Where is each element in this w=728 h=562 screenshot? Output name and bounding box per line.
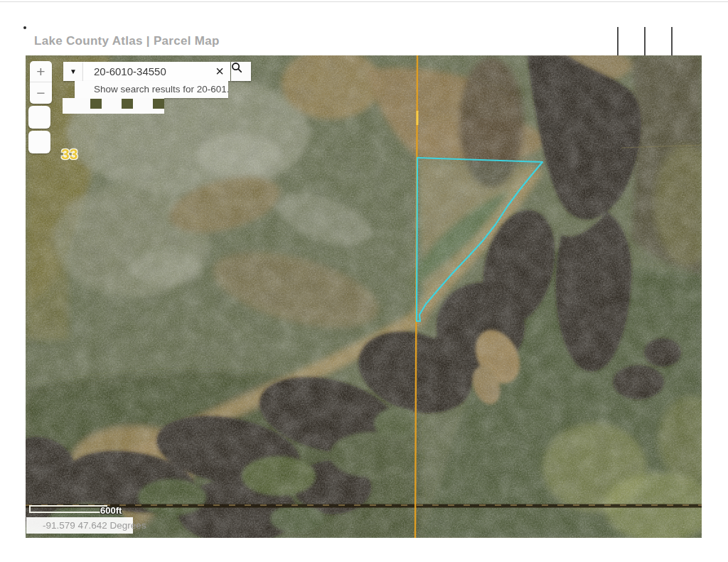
scan-washout-gap bbox=[122, 99, 133, 109]
scan-artifact-dot bbox=[23, 26, 26, 29]
zoom-in-button[interactable]: + bbox=[30, 61, 52, 82]
search-input[interactable] bbox=[83, 62, 230, 81]
washed-out-tool-button-1[interactable] bbox=[28, 106, 50, 129]
aerial-imagery bbox=[26, 55, 702, 538]
ruler-tick-mark bbox=[617, 27, 619, 55]
minus-icon: − bbox=[36, 85, 45, 102]
close-icon: × bbox=[215, 63, 224, 80]
map-canvas[interactable]: + − ▼ × Show search results for 20-601..… bbox=[26, 55, 702, 538]
search-source-dropdown-button[interactable]: ▼ bbox=[63, 62, 83, 81]
washed-out-tool-button-2[interactable] bbox=[28, 131, 50, 153]
plus-icon: + bbox=[36, 63, 45, 80]
section-number-label: 33 bbox=[61, 146, 77, 163]
search-suggestion-item[interactable]: Show search results for 20-601... bbox=[75, 81, 228, 98]
clear-search-button[interactable]: × bbox=[209, 62, 230, 81]
scan-artifact-line bbox=[0, 1, 728, 2]
search-icon bbox=[231, 62, 242, 73]
chevron-down-icon: ▼ bbox=[70, 67, 77, 75]
ruler-tick-mark bbox=[644, 27, 646, 55]
ruler-tick-mark bbox=[671, 27, 673, 55]
scale-bar-label: 600ft bbox=[100, 505, 122, 516]
zoom-out-button[interactable]: − bbox=[30, 82, 52, 104]
scan-washout-gap bbox=[90, 99, 102, 109]
scan-washout-gap bbox=[153, 99, 164, 109]
scale-bar bbox=[29, 505, 107, 513]
scanned-parcel-map-page: Lake County Atlas | Parcel Map bbox=[0, 0, 728, 562]
coordinates-readout: -91.579 47.642 Degrees bbox=[26, 517, 133, 534]
imagery-speckle-texture bbox=[26, 55, 702, 538]
search-button[interactable] bbox=[231, 62, 251, 81]
page-title: Lake County Atlas | Parcel Map bbox=[34, 34, 220, 48]
scan-washout-block bbox=[63, 98, 164, 114]
